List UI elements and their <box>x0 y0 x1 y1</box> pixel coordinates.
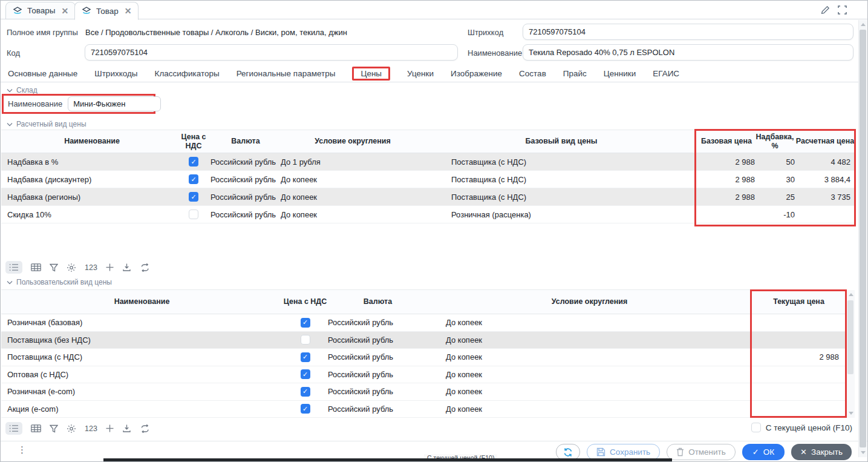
plus-icon[interactable] <box>106 424 114 432</box>
warehouse-name-input[interactable] <box>68 96 161 111</box>
cell-markup[interactable]: 25 <box>755 193 795 202</box>
table-row[interactable]: Скидка 10% ✓ Российский рубль До копеек … <box>1 206 855 223</box>
vat-checkbox[interactable]: ✓ <box>301 404 310 414</box>
download-icon[interactable] <box>122 424 131 433</box>
vat-checkbox[interactable]: ✓ <box>301 387 310 397</box>
col-header-vat[interactable]: Цена с НДС <box>282 290 328 314</box>
table-row[interactable]: Надбавка (регионы) ✓ Российский рубль До… <box>1 188 855 206</box>
grid-view-icon[interactable] <box>31 424 41 432</box>
cell-rounding[interactable]: До копеек <box>281 175 425 184</box>
tab-ценники[interactable]: Ценники <box>604 69 636 78</box>
cell-base-price[interactable]: 2 988 <box>698 175 755 184</box>
cell-name[interactable]: Надбавка (дискаунтер) <box>1 175 177 184</box>
filter-icon[interactable] <box>50 263 58 272</box>
cell-rounding[interactable]: До копеек <box>428 352 751 361</box>
gear-icon[interactable] <box>67 424 76 434</box>
cell-base-price[interactable]: 2 988 <box>698 193 755 202</box>
col-header-rounding[interactable]: Условие округления <box>281 130 425 153</box>
tab-прайс[interactable]: Прайс <box>563 69 587 78</box>
section-sklad[interactable]: Склад <box>7 86 38 94</box>
table-row[interactable]: Поставщика (с НДС) ✓ Российский рубль До… <box>1 349 846 366</box>
cell-base-type[interactable]: Розничная (расценка) <box>425 210 698 219</box>
cell-markup[interactable]: 50 <box>755 157 795 167</box>
close-icon[interactable]: ✕ <box>61 6 68 16</box>
table-row[interactable]: Поставщика (без НДС) ✓ Российский рубль … <box>1 332 846 349</box>
scroll-up-icon[interactable] <box>861 23 866 26</box>
table-row[interactable]: Розничная (базовая) ✓ Российский рубль Д… <box>1 314 846 332</box>
cell-currency[interactable]: Российский рубль <box>328 352 428 361</box>
col-header-base-price[interactable]: Базовая цена <box>698 130 755 153</box>
cell-currency[interactable]: Российский рубль <box>210 210 281 219</box>
col-header-rounding[interactable]: Условие округления <box>428 290 751 314</box>
tab-региональные-параметры[interactable]: Региональные параметры <box>237 69 336 78</box>
cell-rounding[interactable]: До копеек <box>428 404 751 414</box>
current-price-toggle[interactable]: С текущей ценой (F10) <box>751 423 852 432</box>
cell-base-type[interactable]: Поставщика (с НДС) <box>425 175 698 184</box>
table-row[interactable]: Розничная (e-com) ✓ Российский рубль До … <box>1 383 846 401</box>
col-header-current-price[interactable]: Текущая цена <box>751 290 846 314</box>
refresh-button[interactable] <box>556 444 580 460</box>
vat-checkbox[interactable]: ✓ <box>189 192 198 202</box>
cell-markup[interactable]: 30 <box>755 175 795 184</box>
cell-rounding[interactable]: До копеек <box>428 370 751 379</box>
plus-icon[interactable] <box>106 263 114 271</box>
cell-name[interactable]: Акция (e-com) <box>1 404 282 414</box>
vat-checkbox[interactable]: ✓ <box>301 335 310 345</box>
cell-currency[interactable]: Российский рубль <box>210 157 281 167</box>
scroll-down-icon[interactable] <box>849 412 853 415</box>
numbers-toggle[interactable]: 123 <box>85 263 97 272</box>
cell-name[interactable]: Поставщика (без НДС) <box>1 335 282 345</box>
vat-checkbox[interactable]: ✓ <box>301 318 310 328</box>
name-input[interactable] <box>523 44 853 61</box>
cell-rounding[interactable]: До копеек <box>428 318 751 327</box>
gear-icon[interactable] <box>67 263 76 272</box>
cell-currency[interactable]: Российский рубль <box>328 370 428 379</box>
vat-checkbox[interactable]: ✓ <box>301 352 310 362</box>
col-header-name[interactable]: Наименование <box>1 290 282 314</box>
repeat-icon[interactable] <box>140 424 151 433</box>
col-header-currency[interactable]: Валюта <box>328 290 428 314</box>
tab-классификаторы[interactable]: Классификаторы <box>155 69 220 78</box>
tab-состав[interactable]: Состав <box>519 69 546 78</box>
expand-icon[interactable] <box>838 5 847 15</box>
table-row[interactable]: Оптовая (с НДС) ✓ Российский рубль До ко… <box>1 366 846 384</box>
window-tab-product[interactable]: Товар ✕ <box>74 2 139 20</box>
vat-checkbox[interactable]: ✓ <box>189 210 198 219</box>
cell-rounding[interactable]: До копеек <box>281 193 425 202</box>
cell-currency[interactable]: Российский рубль <box>328 404 428 414</box>
table-row[interactable]: Надбавка (дискаунтер) ✓ Российский рубль… <box>1 171 855 188</box>
kebab-menu-icon[interactable]: ⋮ <box>18 444 27 455</box>
table-row[interactable]: Акция (e-com) ✓ Российский рубль До копе… <box>1 401 846 418</box>
numbers-toggle[interactable]: 123 <box>85 424 97 433</box>
cell-rounding[interactable]: До 1 рубля <box>281 157 425 167</box>
scrollbar-thumb[interactable] <box>860 30 866 447</box>
cell-name[interactable]: Надбавка (регионы) <box>1 193 177 202</box>
grid-view-icon[interactable] <box>31 263 41 271</box>
table-row[interactable]: Надбавка в % ✓ Российский рубль До 1 руб… <box>1 153 855 171</box>
cell-name[interactable]: Скидка 10% <box>1 210 177 219</box>
ok-button[interactable]: ✓ ОК <box>742 444 785 460</box>
tab-штрихкоды[interactable]: Штрихкоды <box>94 69 137 78</box>
current-price-checkbox[interactable] <box>751 423 761 432</box>
cell-base-type[interactable]: Поставщика (с НДС) <box>425 193 698 202</box>
col-header-base-type[interactable]: Базовый вид цены <box>425 130 698 153</box>
barcode-input[interactable] <box>523 24 853 40</box>
cancel-button[interactable]: Отменить <box>667 444 736 460</box>
pencil-icon[interactable] <box>821 5 830 15</box>
scrollbar-thumb[interactable] <box>847 300 853 374</box>
vat-checkbox[interactable]: ✓ <box>301 369 310 379</box>
table-scrollbar[interactable] <box>847 290 855 418</box>
col-header-name[interactable]: Наименование <box>1 130 177 153</box>
tab-уценки[interactable]: Уценки <box>407 69 434 78</box>
tab-основные-данные[interactable]: Основные данные <box>8 69 77 78</box>
close-button[interactable]: ✕ Закрыть <box>791 444 852 460</box>
cell-currency[interactable]: Российский рубль <box>328 335 428 345</box>
list-view-icon[interactable] <box>5 422 22 435</box>
tab-цены[interactable]: Цены <box>352 67 390 81</box>
cell-calc-price[interactable]: 4 482 <box>795 157 855 167</box>
scroll-down-icon[interactable] <box>861 451 866 454</box>
cell-currency[interactable]: Российский рубль <box>210 175 281 184</box>
window-tab-products[interactable]: Товары ✕ <box>5 2 76 19</box>
cell-rounding[interactable]: До копеек <box>428 387 751 396</box>
col-header-markup[interactable]: Надбавка, % <box>755 130 795 153</box>
